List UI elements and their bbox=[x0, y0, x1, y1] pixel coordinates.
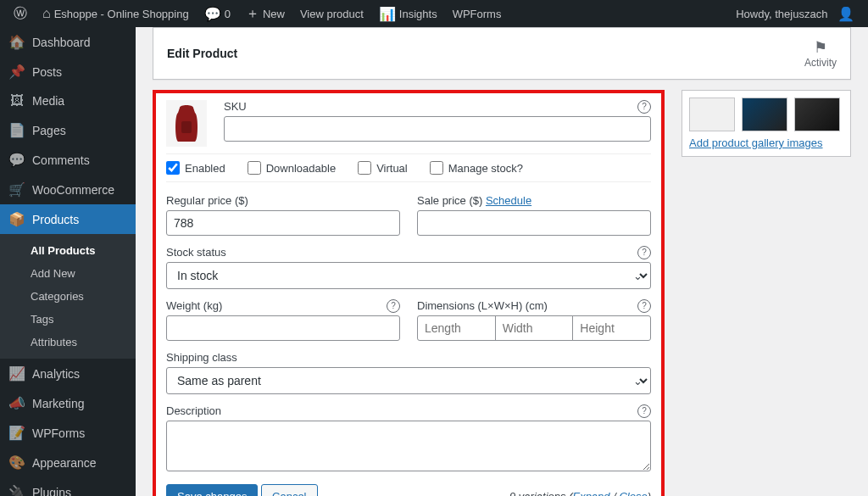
analytics-icon: 📈 bbox=[8, 365, 25, 382]
gallery-thumb[interactable] bbox=[794, 98, 840, 131]
megaphone-icon: 📣 bbox=[8, 395, 25, 411]
plus-icon: ＋ bbox=[246, 5, 259, 23]
brush-icon: 🎨 bbox=[8, 454, 25, 471]
flag-icon: ⚑ bbox=[804, 38, 837, 57]
enabled-checkbox[interactable] bbox=[166, 161, 180, 175]
expand-link[interactable]: Expand bbox=[572, 490, 609, 496]
insights-link[interactable]: 📊Insights bbox=[372, 0, 444, 27]
help-icon[interactable]: ? bbox=[637, 299, 651, 313]
menu-media[interactable]: 🖼Media bbox=[0, 86, 136, 115]
wpforms-link[interactable]: WPForms bbox=[446, 0, 509, 27]
sku-input[interactable] bbox=[224, 116, 651, 142]
sale-price-label: Sale price ($) Schedule bbox=[417, 194, 651, 207]
submenu-all-products[interactable]: All Products bbox=[0, 239, 136, 262]
shipping-class-label: Shipping class bbox=[166, 351, 651, 364]
manage-stock-checkbox[interactable] bbox=[430, 161, 443, 175]
dashboard-icon: 🏠 bbox=[8, 34, 25, 50]
stock-status-label: Stock status bbox=[166, 246, 651, 259]
downloadable-checkbox[interactable] bbox=[248, 161, 261, 175]
site-name: Eshoppe - Online Shopping bbox=[54, 8, 189, 20]
dimensions-label: Dimensions (L×W×H) (cm) bbox=[417, 299, 651, 312]
variation-flags: Enabled Downloadable Virtual Manage stoc… bbox=[166, 153, 651, 182]
activity-panel[interactable]: ⚑ Activity bbox=[804, 38, 837, 69]
manage-stock-toggle[interactable]: Manage stock? bbox=[430, 161, 523, 175]
description-label: Description bbox=[166, 404, 651, 417]
variation-panel: ? SKU Enabled Downloadable Virtual Manag… bbox=[153, 90, 665, 496]
help-icon[interactable]: ? bbox=[387, 299, 400, 313]
menu-products[interactable]: 📦Products bbox=[0, 204, 136, 234]
add-gallery-images-link[interactable]: Add product gallery images bbox=[689, 137, 843, 149]
wp-logo-link[interactable]: ⓦ bbox=[7, 0, 34, 27]
description-textarea[interactable] bbox=[166, 421, 651, 471]
menu-plugins[interactable]: 🔌Plugins bbox=[0, 477, 136, 496]
virtual-toggle[interactable]: Virtual bbox=[358, 161, 408, 175]
site-link[interactable]: ⌂Eshoppe - Online Shopping bbox=[36, 0, 196, 27]
menu-comments[interactable]: 💬Comments bbox=[0, 145, 136, 175]
cancel-button[interactable]: Cancel bbox=[261, 484, 317, 496]
gallery-thumb[interactable] bbox=[689, 98, 735, 131]
admin-topbar: ⓦ ⌂Eshoppe - Online Shopping 💬0 ＋New Vie… bbox=[0, 0, 868, 27]
help-icon[interactable]: ? bbox=[637, 246, 651, 259]
stock-status-select[interactable]: In stock bbox=[166, 262, 651, 289]
menu-marketing[interactable]: 📣Marketing bbox=[0, 388, 136, 418]
view-product-link[interactable]: View product bbox=[293, 0, 370, 27]
chart-icon: 📊 bbox=[379, 6, 396, 22]
submenu-categories[interactable]: Categories bbox=[0, 285, 136, 308]
avatar-icon: 👤 bbox=[837, 6, 854, 22]
new-link[interactable]: ＋New bbox=[239, 0, 292, 27]
page-title: Edit Product bbox=[167, 47, 237, 60]
svg-rect-0 bbox=[181, 121, 192, 133]
menu-appearance[interactable]: 🎨Appearance bbox=[0, 448, 136, 477]
woo-icon: 🛒 bbox=[8, 181, 25, 198]
page-header: Edit Product ⚑ Activity bbox=[153, 27, 851, 80]
wordpress-icon: ⓦ bbox=[14, 5, 27, 23]
submenu-tags[interactable]: Tags bbox=[0, 308, 136, 331]
howdy-link[interactable]: Howdy, thejuszach 👤 bbox=[729, 0, 861, 27]
shipping-class-select[interactable]: Same as parent bbox=[166, 367, 651, 394]
menu-wpforms[interactable]: 📝WPForms bbox=[0, 418, 136, 448]
virtual-checkbox[interactable] bbox=[358, 161, 371, 175]
variation-thumbnail[interactable] bbox=[166, 100, 207, 147]
regular-price-input[interactable] bbox=[166, 210, 400, 236]
menu-posts[interactable]: 📌Posts bbox=[0, 57, 136, 86]
height-input[interactable] bbox=[572, 315, 651, 341]
menu-dashboard[interactable]: 🏠Dashboard bbox=[0, 27, 136, 57]
downloadable-toggle[interactable]: Downloadable bbox=[248, 161, 336, 175]
submenu-attributes[interactable]: Attributes bbox=[0, 331, 136, 354]
gallery-metabox: Add product gallery images bbox=[682, 90, 851, 157]
pin-icon: 📌 bbox=[8, 64, 25, 80]
menu-woocommerce[interactable]: 🛒WooCommerce bbox=[0, 175, 136, 204]
menu-pages[interactable]: 📄Pages bbox=[0, 115, 136, 145]
products-submenu: All Products Add New Categories Tags Att… bbox=[0, 234, 136, 359]
save-button[interactable]: Save changes bbox=[166, 484, 258, 496]
media-icon: 🖼 bbox=[8, 93, 25, 109]
weight-input[interactable] bbox=[166, 315, 400, 341]
help-icon[interactable]: ? bbox=[637, 404, 651, 418]
products-icon: 📦 bbox=[8, 211, 25, 227]
comments-link[interactable]: 💬0 bbox=[198, 0, 237, 27]
admin-sidebar: 🏠Dashboard 📌Posts 🖼Media 📄Pages 💬Comment… bbox=[0, 27, 136, 496]
width-input[interactable] bbox=[495, 315, 574, 341]
sku-label: SKU bbox=[224, 100, 651, 113]
gallery-thumb[interactable] bbox=[742, 98, 787, 131]
regular-price-label: Regular price ($) bbox=[166, 194, 400, 207]
backpack-icon bbox=[170, 103, 203, 145]
menu-analytics[interactable]: 📈Analytics bbox=[0, 359, 136, 388]
plugin-icon: 🔌 bbox=[8, 484, 25, 496]
form-icon: 📝 bbox=[8, 425, 25, 441]
submenu-add-new[interactable]: Add New bbox=[0, 262, 136, 285]
sale-price-input[interactable] bbox=[417, 210, 651, 236]
home-icon: ⌂ bbox=[42, 6, 51, 21]
enabled-toggle[interactable]: Enabled bbox=[166, 161, 225, 175]
length-input[interactable] bbox=[417, 315, 496, 341]
close-link[interactable]: Close bbox=[619, 490, 647, 496]
weight-label: Weight (kg) bbox=[166, 299, 400, 312]
help-icon[interactable]: ? bbox=[637, 100, 651, 114]
schedule-link[interactable]: Schedule bbox=[486, 194, 531, 207]
comment-icon: 💬 bbox=[8, 152, 25, 168]
page-icon: 📄 bbox=[8, 122, 25, 138]
comment-icon: 💬 bbox=[204, 6, 221, 22]
variations-status: 9 variations (Expand / Close) bbox=[509, 490, 651, 496]
